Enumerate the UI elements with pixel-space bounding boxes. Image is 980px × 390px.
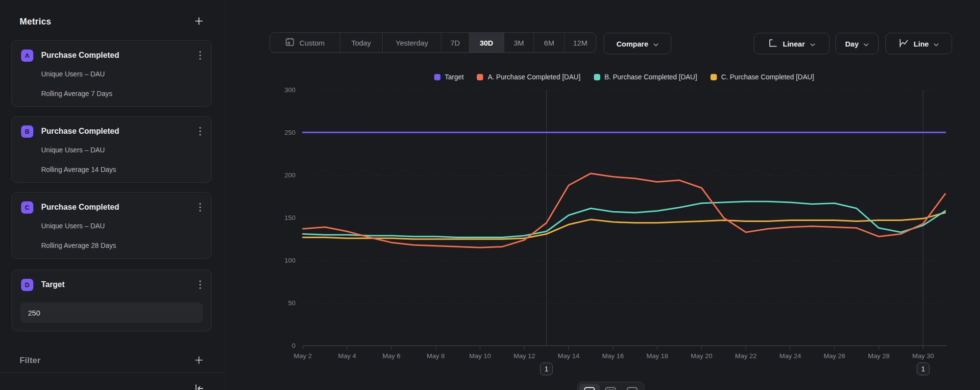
plus-icon <box>193 15 205 28</box>
range-6m[interactable]: 6M <box>534 33 564 52</box>
target-value-input[interactable] <box>20 302 203 323</box>
scale-select-button[interactable]: Linear <box>754 33 830 54</box>
svg-text:May 26: May 26 <box>824 352 845 360</box>
legend-item-target[interactable]: Target <box>434 73 464 81</box>
range-label: Today <box>351 39 371 47</box>
compare-label: Compare <box>616 40 648 48</box>
compare-button[interactable]: Compare <box>604 33 671 54</box>
card-view-button[interactable] <box>622 384 642 390</box>
plus-icon <box>193 354 205 367</box>
granularity-select-button[interactable]: Day <box>835 33 879 54</box>
svg-text:May 2: May 2 <box>294 352 312 360</box>
range-3m[interactable]: 3M <box>504 33 534 52</box>
target-card[interactable]: D Target <box>11 269 212 331</box>
svg-text:200: 200 <box>284 171 295 179</box>
svg-text:May 24: May 24 <box>779 352 801 360</box>
table-view-button[interactable] <box>600 384 621 390</box>
chevron-down-icon <box>653 40 659 48</box>
legend-swatch <box>477 74 483 80</box>
metric-title: Purchase Completed <box>41 51 119 60</box>
granularity-label: Day <box>845 40 859 48</box>
annotation-marker[interactable]: 1 <box>540 363 553 375</box>
metrics-title: Metrics <box>20 17 51 27</box>
svg-text:May 10: May 10 <box>469 352 491 360</box>
legend-swatch <box>710 74 717 80</box>
svg-text:May 12: May 12 <box>514 352 535 360</box>
legend-swatch <box>434 74 441 80</box>
metric-measurement: Unique Users – DAU <box>41 70 202 78</box>
metrics-explorer-screen: 050100150200250300May 2May 4May 6May 8Ma… <box>0 0 980 390</box>
range-30d[interactable]: 30D <box>469 33 504 52</box>
metrics-header: Metrics <box>20 15 206 28</box>
svg-text:May 30: May 30 <box>912 352 934 360</box>
svg-text:250: 250 <box>284 129 295 136</box>
metric-badge: B <box>21 125 33 138</box>
metric-badge: D <box>21 279 33 291</box>
series-line-b[interactable] <box>303 201 945 237</box>
metric-title: Purchase Completed <box>41 203 119 212</box>
metric-measurement: Unique Users – DAU <box>41 222 202 230</box>
svg-text:0: 0 <box>292 342 295 349</box>
add-filter-button[interactable] <box>192 354 206 367</box>
range-12m[interactable]: 12M <box>564 33 596 52</box>
metric-card-c[interactable]: C Purchase Completed Unique Users – DAU … <box>11 192 212 259</box>
range-label: 12M <box>573 39 587 47</box>
metric-rolling-average: Rolling Average 28 Days <box>41 242 202 249</box>
sidebar: Metrics A Purchase Completed Unique User… <box>0 0 226 390</box>
collapse-sidebar-button[interactable] <box>192 382 206 390</box>
legend-label: Target <box>445 73 464 81</box>
filter-header: Filter <box>20 354 206 367</box>
kebab-menu-icon[interactable] <box>199 280 201 292</box>
svg-text:300: 300 <box>284 86 295 94</box>
filter-title: Filter <box>20 356 41 366</box>
view-toggle <box>577 382 644 390</box>
chevron-down-icon <box>810 40 815 48</box>
svg-text:May 6: May 6 <box>382 352 400 360</box>
svg-text:May 8: May 8 <box>427 352 445 360</box>
metric-card-a[interactable]: A Purchase Completed Unique Users – DAU … <box>11 40 212 107</box>
legend-label: B. Purchase Completed [DAU] <box>605 73 697 81</box>
range-label: 30D <box>480 39 493 47</box>
kebab-menu-icon[interactable] <box>199 50 201 62</box>
chart-type-select-button[interactable]: Line <box>885 33 952 54</box>
svg-text:May 4: May 4 <box>338 352 356 360</box>
sidebar-divider <box>0 372 225 373</box>
range-label: 7D <box>450 39 460 47</box>
calendar-icon <box>285 37 295 49</box>
range-custom[interactable]: Custom <box>270 33 340 52</box>
line-chart-icon <box>899 38 909 49</box>
svg-text:May 16: May 16 <box>602 352 624 360</box>
svg-text:May 28: May 28 <box>868 352 889 360</box>
range-label: Custom <box>299 39 325 47</box>
metric-rolling-average: Rolling Average 7 Days <box>41 90 202 98</box>
range-7d[interactable]: 7D <box>441 33 469 52</box>
add-metric-button[interactable] <box>192 15 206 28</box>
series-line-c[interactable] <box>303 213 945 239</box>
linear-scale-icon <box>768 38 778 49</box>
metric-rolling-average: Rolling Average 14 Days <box>41 166 202 173</box>
chart-view-button[interactable] <box>579 384 600 390</box>
scale-label: Linear <box>783 40 805 48</box>
metric-badge: A <box>21 49 33 62</box>
kebab-menu-icon[interactable] <box>199 126 201 138</box>
chart-legend: Target A. Purchase Completed [DAU] B. Pu… <box>303 72 945 82</box>
chevron-down-icon <box>933 40 939 48</box>
date-range-picker: Custom Today Yesterday 7D 30D 3M 6M 12M <box>270 32 596 53</box>
table-view-icon <box>605 387 616 390</box>
annotation-marker[interactable]: 1 <box>917 363 930 375</box>
range-today[interactable]: Today <box>340 33 383 52</box>
range-yesterday[interactable]: Yesterday <box>382 33 441 52</box>
svg-text:May 18: May 18 <box>646 352 668 360</box>
legend-item-c[interactable]: C. Purchase Completed [DAU] <box>710 73 814 81</box>
range-label: 3M <box>514 39 524 47</box>
legend-item-b[interactable]: B. Purchase Completed [DAU] <box>594 73 697 81</box>
kebab-menu-icon[interactable] <box>199 202 201 214</box>
chart-view-icon <box>584 387 595 390</box>
legend-item-a[interactable]: A. Purchase Completed [DAU] <box>477 73 580 81</box>
svg-text:May 14: May 14 <box>558 352 580 360</box>
metric-measurement: Unique Users – DAU <box>41 146 202 154</box>
legend-swatch <box>594 74 600 80</box>
svg-text:100: 100 <box>284 257 295 264</box>
svg-text:50: 50 <box>288 299 295 307</box>
metric-card-b[interactable]: B Purchase Completed Unique Users – DAU … <box>11 116 212 183</box>
